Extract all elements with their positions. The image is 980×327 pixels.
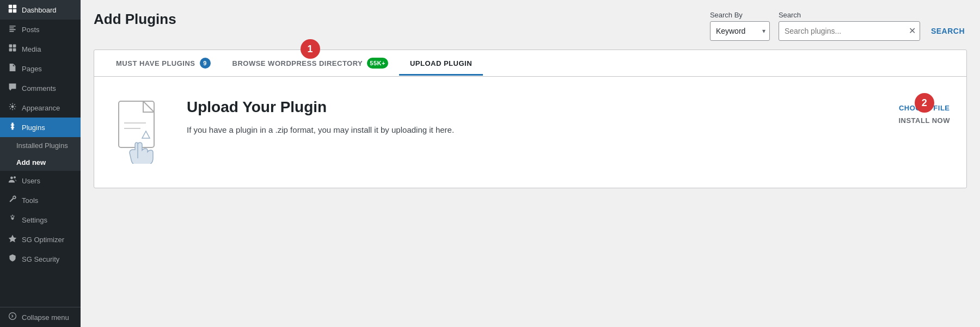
header-row: Add Plugins Search By Keyword Author Tag…: [94, 11, 967, 41]
tabs-row: MUST HAVE PLUGINS 9 1 BROWSE WORDPRESS D…: [94, 50, 966, 77]
sidebar-item-appearance[interactable]: Appearance: [0, 98, 81, 118]
svg-rect-6: [9, 48, 13, 52]
sidebar-item-posts[interactable]: Posts: [0, 20, 81, 39]
upload-description: If you have a plugin in a .zip format, y…: [187, 124, 882, 137]
tools-icon: [8, 195, 17, 206]
sidebar-item-sg-optimizer[interactable]: SG Optimizer: [0, 230, 81, 249]
sidebar-item-installed-plugins[interactable]: Installed Plugins: [0, 137, 81, 154]
search-by-group: Search By Keyword Author Tag ▾: [710, 11, 770, 41]
search-submit-button[interactable]: SEARCH: [929, 21, 967, 41]
dashboard-icon: [8, 4, 17, 15]
tab-browse[interactable]: 1 BROWSE WORDPRESS DIRECTORY 55K+: [222, 50, 399, 76]
collapse-menu-label: Collapse menu: [22, 313, 69, 322]
upload-title: Upload Your Plugin: [187, 98, 882, 116]
comments-icon: [8, 83, 17, 94]
svg-rect-14: [119, 101, 154, 147]
sidebar-item-label: Posts: [22, 26, 40, 34]
users-icon: [8, 175, 17, 186]
search-label: Search: [779, 11, 920, 19]
sidebar-item-pages[interactable]: Pages: [0, 59, 81, 78]
add-new-label: Add new: [16, 158, 46, 166]
upload-content: Upload Your Plugin If you have a plugin …: [187, 98, 882, 137]
sg-security-icon: [8, 254, 17, 264]
search-by-select[interactable]: Keyword Author Tag: [710, 21, 770, 41]
sg-optimizer-icon: [8, 234, 17, 245]
sidebar-item-label: Comments: [22, 84, 56, 92]
svg-rect-2: [9, 9, 12, 13]
upload-section: Upload Your Plugin If you have a plugin …: [94, 77, 966, 188]
collapse-icon: [8, 312, 17, 323]
upload-icon-area: [111, 98, 170, 166]
svg-rect-1: [13, 5, 16, 8]
content-area: Add Plugins Search By Keyword Author Tag…: [81, 0, 980, 327]
upload-actions: 2 CHOOSE FILE INSTALL NOW: [898, 104, 950, 125]
sidebar-item-dashboard[interactable]: Dashboard: [0, 0, 81, 20]
search-input-wrapper: ✕: [779, 21, 920, 41]
sidebar-item-label: SG Security: [22, 255, 59, 263]
pages-icon: [8, 63, 17, 74]
media-icon: [8, 44, 17, 54]
sidebar-item-sg-security[interactable]: SG Security: [0, 249, 81, 269]
svg-rect-3: [13, 9, 16, 13]
sidebar-item-users[interactable]: Users: [0, 171, 81, 190]
sidebar-item-media[interactable]: Media: [0, 39, 81, 59]
sidebar-item-add-new[interactable]: Add new: [0, 154, 81, 171]
svg-marker-17: [142, 131, 150, 138]
search-by-wrapper: Keyword Author Tag ▾: [710, 21, 770, 41]
installed-plugins-label: Installed Plugins: [16, 141, 68, 150]
search-by-label: Search By: [710, 11, 770, 19]
sidebar-item-settings[interactable]: Settings: [0, 210, 81, 230]
tab-upload[interactable]: UPLOAD PLUGIN: [399, 52, 483, 75]
collapse-menu-section: Collapse menu: [0, 307, 81, 327]
sidebar-item-tools[interactable]: Tools: [0, 190, 81, 210]
tab-upload-label: UPLOAD PLUGIN: [410, 59, 472, 67]
tab-browse-badge: 55K+: [367, 58, 388, 69]
page-title: Add Plugins: [94, 11, 176, 28]
sidebar-item-label: SG Optimizer: [22, 236, 64, 244]
settings-icon: [8, 214, 17, 225]
svg-rect-7: [13, 48, 16, 52]
search-group: Search ✕: [779, 11, 920, 41]
tab-must-have-badge: 9: [200, 58, 211, 69]
sidebar-item-plugins[interactable]: Plugins: [0, 118, 81, 137]
svg-point-10: [14, 176, 16, 178]
search-input[interactable]: [779, 21, 920, 41]
sidebar-item-label: Users: [22, 177, 40, 185]
plugins-submenu: Installed Plugins Add new: [0, 137, 81, 171]
posts-icon: [8, 24, 17, 35]
svg-point-9: [10, 176, 13, 179]
sidebar-item-label: Tools: [22, 196, 38, 205]
main-content: Add Plugins Search By Keyword Author Tag…: [81, 0, 980, 327]
sidebar-item-comments[interactable]: Comments: [0, 78, 81, 98]
svg-marker-12: [9, 235, 16, 243]
sidebar-item-label: Settings: [22, 216, 47, 224]
svg-rect-5: [13, 45, 16, 48]
tabs-container: MUST HAVE PLUGINS 9 1 BROWSE WORDPRESS D…: [94, 50, 967, 188]
svg-rect-4: [9, 45, 13, 48]
step-circle-2: 2: [915, 93, 934, 113]
step-circle-1: 1: [301, 39, 320, 59]
sidebar: Dashboard Posts Media Pages Comments App…: [0, 0, 81, 327]
sidebar-item-label: Plugins: [22, 124, 45, 132]
sidebar-item-label: Dashboard: [22, 6, 57, 14]
collapse-menu-button[interactable]: Collapse menu: [0, 307, 81, 327]
sidebar-item-label: Pages: [22, 65, 42, 73]
appearance-icon: [8, 102, 17, 113]
tab-must-have[interactable]: MUST HAVE PLUGINS 9: [105, 50, 222, 76]
svg-point-8: [11, 106, 14, 108]
sidebar-item-label: Appearance: [22, 104, 60, 112]
plugins-icon: [8, 122, 17, 133]
install-now-button[interactable]: INSTALL NOW: [898, 116, 950, 125]
tab-must-have-label: MUST HAVE PLUGINS: [116, 59, 195, 67]
svg-rect-0: [9, 5, 12, 8]
upload-plugin-icon: [111, 98, 170, 164]
tab-browse-label: BROWSE WORDPRESS DIRECTORY: [232, 59, 363, 67]
search-area: Search By Keyword Author Tag ▾ Search: [710, 11, 967, 41]
search-clear-button[interactable]: ✕: [909, 27, 916, 35]
sidebar-item-label: Media: [22, 45, 41, 53]
